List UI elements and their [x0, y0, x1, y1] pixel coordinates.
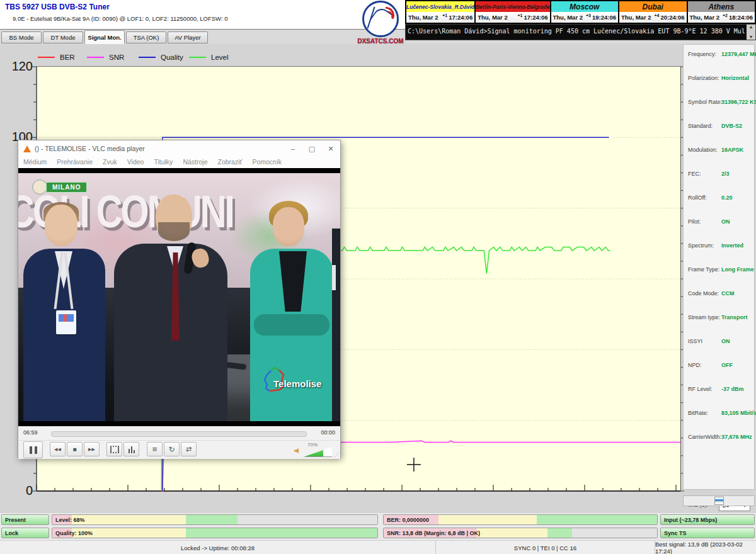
param-value: 16APSK: [721, 147, 743, 153]
level-bar: Quality: 100%: [52, 528, 378, 538]
vlc-cone-icon: [23, 145, 31, 152]
vlc-title-bar[interactable]: () - TELEMOLISE - VLC media player – ▢ ✕: [18, 140, 340, 157]
status-box-present: Present: [1, 514, 49, 525]
y-tick-120: 120: [1, 59, 33, 74]
maximize-button[interactable]: ▢: [302, 141, 321, 156]
param-value: 12379,447 MHz: [721, 51, 756, 57]
menu-titulky[interactable]: Titulky: [149, 157, 178, 168]
letterbox-bottom: [18, 421, 340, 426]
person-edge: [332, 229, 340, 421]
param-row-streamtype: Stream type:Transport: [684, 314, 754, 324]
speaker-icon[interactable]: [294, 448, 299, 453]
tab-bs-mode[interactable]: BS Mode: [1, 31, 42, 43]
menu-mdium[interactable]: Médium: [18, 157, 52, 168]
stream-list-button[interactable]: [683, 495, 755, 506]
ber-bar: SNR: 13,8 dB (Margin: 6,8 dB | OK): [383, 528, 658, 538]
menu-video[interactable]: Video: [122, 157, 149, 168]
clock-utc-offset: +1: [508, 13, 523, 18]
minimize-button[interactable]: –: [284, 141, 302, 156]
status-box-right: Input (~23,78 Mbps): [660, 514, 755, 525]
legend-line-swatch: [38, 57, 55, 58]
clock-utc-offset: +2: [719, 13, 728, 18]
fullscreen-icon: [110, 446, 119, 453]
clock-dubai: DubaiThu, Mar 2+420:24:06: [619, 1, 688, 23]
param-row-modulation: Modulation:16APSK: [684, 147, 754, 157]
param-row-issyi: ISSYION: [684, 338, 754, 348]
status-box-right: Sync TS: [660, 528, 755, 538]
location-badge: MILANO: [46, 182, 87, 193]
menu-nstroje[interactable]: Nástroje: [178, 157, 212, 168]
param-value: 2/3: [721, 171, 730, 177]
elapsed-time: 06:59: [23, 429, 38, 436]
param-label: ISSYI: [688, 338, 702, 344]
y-tick-0: 0: [1, 483, 33, 498]
random-button[interactable]: ⇄: [181, 442, 197, 456]
param-value: ON: [721, 218, 730, 225]
param-row-rflevel: RF Level:-37 dBm: [684, 386, 754, 396]
param-value: ON: [721, 338, 730, 344]
param-label: Standard:: [688, 123, 713, 129]
volume-slider[interactable]: [303, 447, 332, 457]
loop-button[interactable]: ↻: [164, 442, 180, 456]
status-box-lock: Lock: [1, 528, 49, 538]
clock-moscow: MoscowThu, Mar 2+319:24:06: [551, 1, 620, 23]
param-value: 31396,722 KS/s: [721, 99, 756, 105]
bar-label: Level: 68%: [55, 517, 85, 523]
channel-watermark: Telemolise: [262, 366, 331, 399]
menu-zobrazi[interactable]: Zobraziť: [212, 157, 247, 168]
tab-tsa-ok-[interactable]: TSA (OK): [126, 31, 166, 43]
clock-city-label: Lučenec-Slovakia_R.Dávid: [406, 1, 474, 12]
terminal-command[interactable]: C:\Users\Roman Dávid>Signal monitoring_P…: [408, 28, 745, 35]
legend-item-snr: SNR: [87, 53, 124, 62]
clock-city-label: Athens: [688, 1, 755, 12]
menu-pomocnk[interactable]: Pomocník: [247, 157, 287, 168]
legend-label: BER: [60, 54, 75, 61]
stop-button[interactable]: ■: [67, 442, 83, 456]
video-frame[interactable]: COLI COMUNI MILANO: [18, 168, 340, 426]
volume-percent: 70%: [307, 442, 318, 448]
param-label: CarrierWidth:: [688, 434, 721, 440]
clock-value: 17:24:06: [449, 14, 472, 21]
param-value: Inverted: [721, 242, 743, 249]
resize-grip[interactable]: ⋰: [334, 452, 339, 458]
param-value: Long Frame: [721, 266, 754, 273]
bar-label: Quality: 100%: [55, 530, 93, 536]
tab-signal-mon-[interactable]: Signal Mon.: [84, 30, 125, 44]
fullscreen-button[interactable]: [106, 442, 122, 456]
param-label: Code Mode:: [688, 290, 719, 297]
pause-button[interactable]: [23, 441, 43, 458]
vlc-window[interactable]: () - TELEMOLISE - VLC media player – ▢ ✕…: [18, 140, 341, 458]
next-button[interactable]: ▶▶: [84, 442, 100, 456]
logo-caption: DXSATCS.COM: [355, 38, 406, 45]
close-button[interactable]: ✕: [321, 141, 340, 156]
param-row-standard: Standard:DVB-S2: [684, 123, 754, 133]
previous-icon-button[interactable]: ◀◀: [50, 442, 66, 456]
terminal-window[interactable]: C:\Users\Roman Dávid>Signal monitoring_P…: [405, 24, 756, 40]
param-label: RollOff:: [688, 195, 707, 201]
menu-zvuk[interactable]: Zvuk: [98, 157, 122, 168]
playlist-button[interactable]: ≡: [147, 442, 163, 456]
param-value: -37 dBm: [721, 386, 744, 392]
param-row-bitrate: BitRate:83,105 Mbit/s: [684, 410, 754, 420]
menu-prehrvanie[interactable]: Prehrávanie: [52, 157, 98, 168]
clock-date: Thu, Mar 2: [690, 14, 720, 21]
param-label: Symbol Rate:: [688, 99, 722, 105]
clock-date: Thu, Mar 2: [621, 14, 651, 21]
world-clocks: Lučenec-Slovakia_R.DávidThu, Mar 2+117:2…: [405, 0, 756, 24]
seek-slider[interactable]: [51, 431, 307, 437]
extended-settings-button[interactable]: [123, 442, 139, 456]
param-label: Spectrum:: [688, 242, 714, 249]
status-bars: PresentLevel: 68%BER: 0,0000000Input (~2…: [0, 513, 756, 540]
satellite-dish-icon: [362, 1, 399, 37]
param-value: Horizontal: [721, 75, 749, 81]
person-left-head: [45, 205, 77, 246]
lock-uptime-status: Locked -> Uptime: 00:08:28: [0, 541, 436, 554]
clock-lu-enec-slovakia-r-d-vid: Lučenec-Slovakia_R.DávidThu, Mar 2+117:2…: [406, 1, 476, 23]
letterbox-top: [18, 168, 340, 173]
param-value: Transport: [721, 314, 748, 320]
terminal-scrollbar[interactable]: ▲▼: [747, 25, 755, 40]
clock-date: Thu, Mar 2: [553, 14, 583, 21]
param-label: Stream type:: [688, 314, 720, 320]
tab-dt-mode[interactable]: DT Mode: [43, 31, 83, 43]
tab-av-player[interactable]: AV Player: [168, 31, 208, 43]
